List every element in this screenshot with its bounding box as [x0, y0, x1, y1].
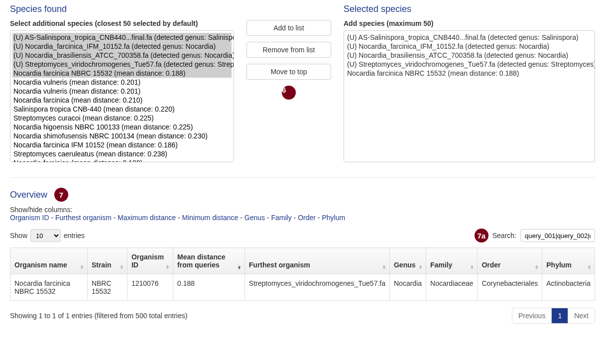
table-cell: Nocardia farcinica NBRC 15532: [10, 274, 88, 301]
list-item[interactable]: Nocardia farcinica NBRC 15532 (mean dist…: [346, 69, 593, 78]
step-7a-badge: 7a: [475, 229, 488, 243]
column-header[interactable]: Mean distance from queries▲▼: [173, 248, 245, 274]
column-toggle[interactable]: Organism ID: [10, 214, 49, 222]
list-item[interactable]: Nocardia farcinica (mean distance: 0.210…: [12, 96, 232, 105]
table-cell: Streptomyces_viridochromogenes_Tue57.fa: [244, 274, 389, 301]
pagination-previous[interactable]: Previous: [512, 308, 551, 323]
pagination-next[interactable]: Next: [568, 308, 595, 323]
list-item[interactable]: (U) Nocardia_farcinica_IFM_10152.fa (det…: [12, 42, 232, 51]
list-item[interactable]: Nocardia farcinica IFM 10152 (mean dista…: [12, 140, 232, 149]
column-header[interactable]: Genus▲▼: [389, 248, 426, 274]
sort-icon: ▲▼: [587, 265, 592, 269]
table-cell: Nocardiaceae: [426, 274, 478, 301]
table-cell: Corynebacteriales: [478, 274, 542, 301]
table-cell: 0.188: [173, 274, 245, 301]
column-toggle[interactable]: Family: [271, 214, 291, 222]
species-found-label: Select additional species (closest 50 se…: [10, 19, 234, 27]
sort-icon: ▲▼: [165, 265, 170, 269]
list-item[interactable]: (U) Streptomyces_viridochromogenes_Tue57…: [12, 60, 232, 69]
list-item[interactable]: Streptomyces caeruleatus (mean distance:…: [12, 149, 232, 158]
add-to-list-button[interactable]: Add to list: [246, 20, 331, 36]
list-item[interactable]: Salinispora tropica CNB-440 (mean distan…: [12, 105, 232, 114]
selected-species-listbox[interactable]: (U) AS-Salinispora_tropica_CNB440...fina…: [344, 30, 595, 162]
overview-table: Organism name▲▼Strain▲▼Organism ID▲▼Mean…: [10, 247, 595, 301]
search-input[interactable]: [520, 229, 595, 242]
column-toggle[interactable]: Phylum: [322, 214, 345, 222]
list-item[interactable]: Nocardia vulneris (mean distance: 0.201): [12, 87, 232, 96]
sort-icon: ▲▼: [470, 265, 474, 269]
show-label: Show: [10, 232, 27, 240]
sort-icon: ▲▼: [120, 265, 124, 269]
column-toggle[interactable]: Furthest organism: [55, 214, 112, 222]
column-header[interactable]: Organism ID▲▼: [127, 248, 173, 274]
divider: [10, 177, 595, 178]
list-item[interactable]: Nocardia vulneris (mean distance: 0.201): [12, 78, 232, 87]
list-item[interactable]: Nocardia shimofusensis NBRC 100134 (mean…: [12, 131, 232, 140]
column-toggle[interactable]: Maximum distance: [118, 214, 176, 222]
table-cell: NBRC 15532: [87, 274, 127, 301]
list-item[interactable]: (U) Nocardia_brasiliensis_ATCC_700358.fa…: [346, 51, 593, 60]
table-row: Nocardia farcinica NBRC 15532NBRC 155321…: [10, 274, 595, 301]
list-item[interactable]: (U) Nocardia_brasiliensis_ATCC_700358.fa…: [12, 51, 232, 60]
search-label: Search:: [492, 232, 516, 240]
table-cell: Nocardia: [389, 274, 426, 301]
column-header[interactable]: Family▲▼: [426, 248, 478, 274]
list-item[interactable]: (U) AS-Salinispora_tropica_CNB440...fina…: [346, 33, 593, 42]
list-item[interactable]: (U) Nocardia_farcinica_IFM_10152.fa (det…: [346, 42, 593, 51]
sort-icon: ▲▼: [534, 265, 539, 269]
species-found-listbox[interactable]: (U) AS-Salinispora_tropica_CNB440...fina…: [10, 30, 234, 162]
list-item[interactable]: Nocardia farcinica NBRC 15532 (mean dist…: [12, 69, 232, 78]
step-7-badge: 7: [54, 188, 68, 202]
species-found-heading: Species found: [10, 4, 234, 14]
selected-species-heading: Selected species: [344, 4, 595, 14]
column-header[interactable]: Order▲▼: [478, 248, 542, 274]
pagination: Previous 1 Next: [512, 308, 595, 324]
remove-from-list-button[interactable]: Remove from list: [246, 42, 331, 58]
list-item[interactable]: (U) AS-Salinispora_tropica_CNB440...fina…: [12, 33, 232, 42]
entries-label: entries: [64, 232, 85, 240]
table-cell: Actinobacteria: [542, 274, 595, 301]
show-hide-label: Show/hide columns:: [10, 206, 595, 214]
sort-icon: ▲▼: [237, 265, 242, 269]
column-toggle[interactable]: Minimum distance: [182, 214, 238, 222]
table-cell: 1210076: [127, 274, 173, 301]
column-header[interactable]: Strain▲▼: [87, 248, 127, 274]
column-header[interactable]: Phylum▲▼: [542, 248, 595, 274]
column-toggle[interactable]: Order: [298, 214, 316, 222]
column-toggles: Organism ID - Furthest organism - Maximu…: [10, 214, 595, 222]
sort-icon: ▲▼: [80, 265, 84, 269]
list-item[interactable]: (U) Streptomyces_viridochromogenes_Tue57…: [346, 60, 593, 69]
list-item[interactable]: Nocardia farcinica (mean distance: 0.188…: [12, 158, 232, 162]
selected-species-label: Add species (maximum 50): [344, 19, 595, 27]
overview-heading: Overview: [10, 190, 47, 200]
list-item[interactable]: Nocardia higoensis NBRC 100133 (mean dis…: [12, 122, 232, 131]
sort-icon: ▲▼: [418, 265, 423, 269]
column-header[interactable]: Furthest organism▲▼: [244, 248, 389, 274]
move-to-top-button[interactable]: Move to top: [246, 64, 331, 80]
table-info: Showing 1 to 1 of 1 entries (filtered fr…: [10, 312, 187, 320]
page-length-select[interactable]: 10: [30, 229, 61, 242]
sort-icon: ▲▼: [382, 265, 386, 269]
pagination-page-1[interactable]: 1: [551, 308, 568, 323]
column-toggle[interactable]: Genus: [244, 214, 265, 222]
step-6-badge: 6: [282, 86, 296, 100]
list-item[interactable]: Streptomyces curacoi (mean distance: 0.2…: [12, 114, 232, 122]
column-header[interactable]: Organism name▲▼: [10, 248, 88, 274]
